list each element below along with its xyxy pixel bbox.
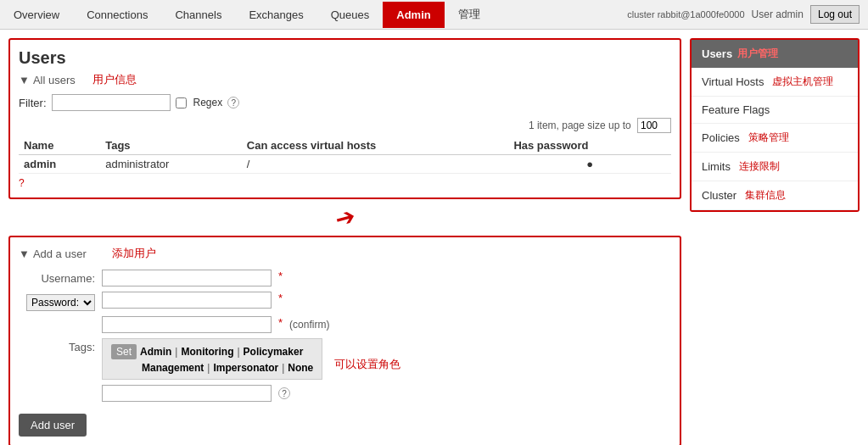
nav-item-channels[interactable]: Channels (161, 2, 235, 28)
sep2: | (237, 346, 239, 358)
nav-item-admin[interactable]: Admin (383, 2, 444, 28)
add-user-title: Add a user (33, 248, 87, 260)
sidebar-item-feature-flags[interactable]: Feature Flags (692, 97, 858, 124)
tag-impersonator-link[interactable]: Impersonator (213, 362, 278, 374)
nav-item-exchanges[interactable]: Exchanges (235, 2, 316, 28)
sidebar-item-annotation: 集群信息 (745, 188, 786, 203)
cell-virtual_hosts: / (242, 155, 509, 174)
cell-name: admin (19, 155, 100, 174)
sidebar-title-label: Users (702, 47, 732, 60)
triangle-icon: ▼ (19, 74, 30, 86)
regex-label: Regex (193, 97, 223, 108)
admin-sidebar: Users 用户管理 Virtual Hosts虚拟主机管理Feature Fl… (690, 38, 860, 212)
tag-admin-link[interactable]: Admin (140, 346, 171, 358)
sidebar-item-limits[interactable]: Limits连接限制 (692, 153, 858, 181)
username-input[interactable] (102, 270, 272, 286)
tags-annotation: 可以设置角色 (334, 358, 400, 370)
red-arrow-icon: ➔ (332, 202, 358, 234)
regex-checkbox[interactable] (176, 97, 187, 108)
filter-label: Filter: (19, 97, 47, 109)
users-table: NameTagsCan access virtual hostsHas pass… (19, 136, 671, 174)
col-can-access-virtual-hosts: Can access virtual hosts (242, 136, 509, 155)
sidebar-item-annotation: 策略管理 (748, 131, 789, 145)
tags-help-icon[interactable]: ? (278, 387, 290, 399)
add-user-annotation: 添加用户 (112, 246, 156, 261)
tag-policymaker-link[interactable]: Policymaker (244, 346, 304, 358)
sidebar-item-annotation: 虚拟主机管理 (772, 75, 833, 89)
password-input[interactable] (102, 292, 272, 309)
sep3: | (207, 362, 210, 374)
users-title: Users (19, 48, 671, 68)
confirm-password-input[interactable] (102, 316, 272, 333)
sidebar-item-label: Policies (702, 131, 740, 144)
confirm-label: (confirm) (289, 316, 329, 331)
password-type-select[interactable]: Password: Hash: (26, 294, 95, 311)
sidebar-item-label: Cluster (702, 189, 736, 202)
users-annotation: 用户信息 (92, 72, 137, 87)
sidebar-item-label: Virtual Hosts (702, 75, 764, 88)
tag-none-link[interactable]: None (288, 362, 313, 374)
tags-set-row-2: Management | Impersonator | None (111, 362, 313, 374)
sidebar-item-cluster[interactable]: Cluster集群信息 (692, 181, 858, 210)
sidebar-item-policies[interactable]: Policies策略管理 (692, 124, 858, 153)
required-icon-1: * (278, 270, 283, 282)
help-icon[interactable]: ? (227, 97, 239, 108)
filter-input[interactable] (52, 94, 171, 111)
logout-button[interactable]: Log out (810, 5, 860, 24)
sep4: | (282, 362, 284, 374)
cell-tags: administrator (100, 155, 242, 174)
sidebar-item-label: Limits (702, 160, 731, 173)
col-tags: Tags (100, 136, 242, 155)
nav-item-connections[interactable]: Connections (73, 2, 161, 28)
cluster-info: cluster rabbit@1a000fe0000 (627, 9, 744, 19)
all-users-label: All users (33, 74, 76, 86)
col-name: Name (19, 136, 100, 155)
add-triangle-icon: ▼ (19, 248, 30, 260)
table-row: adminadministrator/● (19, 155, 671, 174)
tag-management-link[interactable]: Management (142, 362, 204, 374)
cell-has_password: ● (508, 155, 671, 174)
user-info: User admin (752, 8, 804, 20)
sidebar-item-virtual-hosts[interactable]: Virtual Hosts虚拟主机管理 (692, 68, 858, 97)
add-user-button[interactable]: Add user (19, 414, 87, 437)
required-icon-2: * (278, 292, 283, 304)
table-footnote: ? (19, 177, 671, 189)
page-size-input[interactable] (637, 118, 671, 133)
tags-input[interactable] (102, 385, 272, 402)
sep1: | (175, 346, 177, 358)
sidebar-title-annotation: 用户管理 (737, 47, 778, 61)
nav-item-manage[interactable]: 管理 (445, 0, 494, 29)
required-icon-3: * (278, 316, 283, 329)
sidebar-item-annotation: 连接限制 (739, 159, 780, 174)
nav-item-overview[interactable]: Overview (0, 2, 73, 28)
tags-label: Tags: (19, 338, 95, 353)
username-label: Username: (19, 270, 95, 285)
set-label: Set (111, 344, 137, 359)
nav-item-queues[interactable]: Queues (317, 2, 384, 28)
tags-set-row-1: Set Admin | Monitoring | Policymaker (111, 344, 313, 359)
sidebar-header: Users 用户管理 (692, 40, 858, 68)
users-panel: Users ▼ All users 用户信息 Filter: Regex ? 1… (8, 38, 681, 199)
add-user-panel: ▼ Add a user 添加用户 Username: * Password: … (8, 236, 681, 445)
col-has-password: Has password (508, 136, 671, 155)
sidebar-item-label: Feature Flags (702, 103, 770, 116)
pagination-text: 1 item, page size up to (529, 120, 631, 131)
tag-monitoring-link[interactable]: Monitoring (181, 346, 233, 358)
